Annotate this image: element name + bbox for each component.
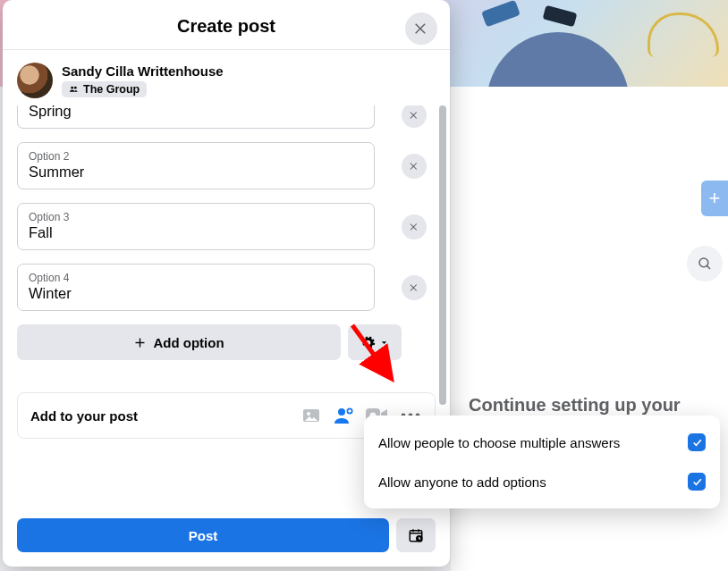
poll-option-4: Option 4: [17, 264, 436, 311]
remove-option-4-button[interactable]: [402, 275, 427, 300]
poll-option-3: Option 3: [17, 203, 436, 250]
poll-option-3-input[interactable]: [29, 224, 363, 241]
close-icon: [409, 282, 419, 293]
close-icon: [409, 222, 419, 232]
audience-chip[interactable]: The Group: [62, 81, 147, 97]
poll-settings-popover: Allow people to choose multiple answers …: [364, 416, 720, 508]
allow-multiple-row[interactable]: Allow people to choose multiple answers: [364, 423, 720, 462]
join-plus-button[interactable]: +: [701, 181, 728, 216]
add-option-button[interactable]: Add option: [17, 324, 341, 360]
post-button[interactable]: Post: [17, 518, 389, 552]
gear-icon: [360, 335, 376, 350]
add-to-post-label: Add to your post: [30, 408, 138, 424]
remove-option-3-button[interactable]: [402, 214, 427, 239]
photo-video-icon[interactable]: [301, 405, 322, 426]
svg-point-0: [699, 258, 708, 267]
caret-down-icon: [379, 338, 389, 348]
allow-add-checkbox[interactable]: [688, 473, 706, 491]
poll-option-4-label: Option 4: [29, 272, 363, 284]
poll-option-2: Option 2: [17, 142, 436, 189]
poll-option-4-input[interactable]: [29, 285, 363, 302]
group-icon: [69, 84, 79, 94]
svg-point-2: [71, 87, 73, 89]
avatar: [17, 63, 53, 98]
poll-option-3-label: Option 3: [29, 211, 363, 223]
search-button[interactable]: [687, 246, 723, 281]
remove-option-2-button[interactable]: [402, 154, 427, 179]
poll-settings-button[interactable]: [348, 324, 402, 360]
remove-option-1-button[interactable]: [402, 105, 427, 128]
close-icon: [409, 110, 419, 121]
search-icon: [697, 256, 713, 272]
plus-icon: [133, 336, 147, 349]
svg-line-1: [707, 265, 710, 269]
svg-point-8: [338, 408, 345, 416]
modal-title: Create post: [3, 16, 450, 37]
calendar-clock-icon: [408, 527, 424, 543]
author-name: Sandy Cilla Writtenhouse: [62, 63, 224, 79]
poll-option-1: Option 1: [17, 105, 436, 129]
check-icon: [691, 437, 703, 449]
svg-point-3: [74, 87, 77, 89]
poll-option-1-input[interactable]: [29, 105, 363, 120]
allow-multiple-checkbox[interactable]: [688, 433, 706, 451]
check-icon: [691, 476, 703, 488]
schedule-button[interactable]: [396, 518, 436, 552]
poll-option-2-input[interactable]: [29, 164, 363, 181]
close-button[interactable]: [405, 13, 437, 45]
allow-add-row[interactable]: Allow anyone to add options: [364, 462, 720, 501]
tag-people-icon[interactable]: [333, 405, 354, 426]
close-icon: [409, 161, 419, 172]
close-icon: [413, 21, 429, 37]
poll-option-2-label: Option 2: [29, 150, 363, 163]
svg-point-7: [307, 412, 310, 416]
scrollbar-thumb[interactable]: [439, 105, 446, 405]
